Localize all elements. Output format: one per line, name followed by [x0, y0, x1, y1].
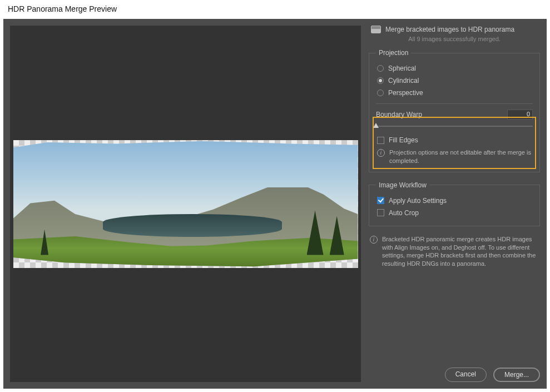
checkbox-icon	[377, 137, 384, 144]
apply-auto-settings-checkbox[interactable]: Apply Auto Settings	[376, 195, 533, 207]
radio-icon	[377, 65, 384, 72]
checkbox-label: Auto Crop	[389, 209, 419, 217]
panorama-preview[interactable]	[13, 140, 358, 268]
info-icon: i	[377, 149, 385, 157]
projection-group: Projection Spherical Cylindrical Perspec…	[369, 49, 540, 172]
preview-pane	[10, 26, 361, 382]
radio-label: Cylindrical	[388, 77, 419, 85]
footer-info: Bracketed HDR panoramic merge creates HD…	[382, 235, 539, 268]
auto-crop-checkbox[interactable]: Auto Crop	[376, 207, 533, 219]
workflow-group: Image Workflow Apply Auto Settings Auto …	[369, 181, 540, 226]
merge-button[interactable]: Merge...	[493, 368, 540, 382]
workflow-legend: Image Workflow	[376, 181, 429, 189]
projection-spherical[interactable]: Spherical	[376, 62, 533, 75]
info-icon: i	[370, 236, 378, 244]
checkbox-icon	[377, 197, 384, 204]
cancel-button[interactable]: Cancel	[445, 368, 487, 382]
options-panel: Merge bracketed images to HDR panorama A…	[369, 26, 540, 382]
merge-status: All 9 images successfully merged.	[369, 36, 540, 47]
slider-thumb-icon[interactable]	[373, 123, 379, 128]
boundary-warp-label: Boundary Warp	[376, 111, 422, 118]
checkbox-icon	[377, 209, 384, 216]
radio-icon	[377, 90, 384, 96]
dialog-body: Merge bracketed images to HDR panorama A…	[3, 19, 547, 389]
hdr-panorama-icon	[371, 26, 381, 33]
projection-info: Projection options are not editable afte…	[389, 148, 532, 165]
fill-edges-checkbox[interactable]: Fill Edges	[376, 134, 533, 146]
radio-label: Spherical	[388, 64, 416, 72]
window-title: HDR Panorama Merge Preview	[0, 0, 550, 19]
radio-icon	[377, 77, 384, 84]
checkbox-label: Fill Edges	[389, 136, 418, 144]
projection-cylindrical[interactable]: Cylindrical	[376, 75, 533, 87]
boundary-warp-value[interactable]: 0	[507, 110, 533, 120]
projection-legend: Projection	[376, 49, 411, 57]
merge-heading: Merge bracketed images to HDR panorama	[385, 26, 514, 33]
radio-label: Perspective	[388, 89, 423, 97]
checkbox-label: Apply Auto Settings	[389, 197, 447, 205]
projection-perspective[interactable]: Perspective	[376, 87, 533, 99]
boundary-warp-slider[interactable]	[376, 122, 533, 131]
